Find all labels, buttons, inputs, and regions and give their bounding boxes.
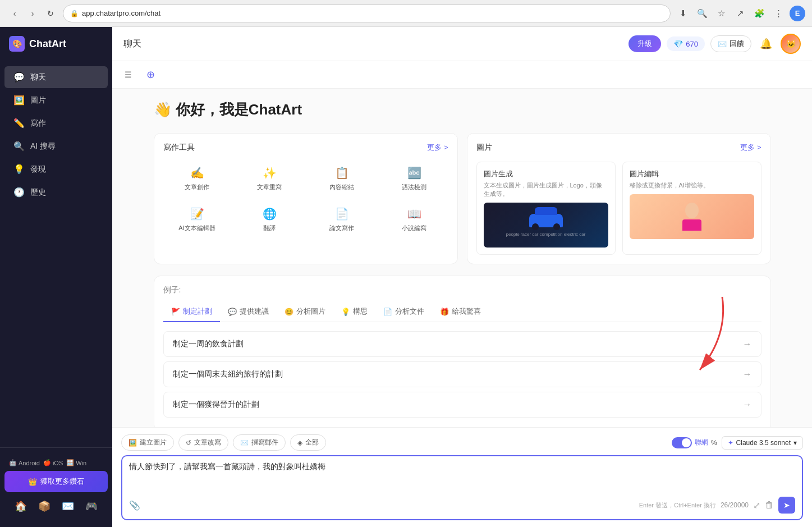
address-bar[interactable]: 🔒 app.chatartpro.com/chat (63, 4, 671, 22)
example-promotion-plan[interactable]: 制定一個獲得晉升的計劃 → (163, 392, 761, 418)
tab-plan-label: 制定計劃 (183, 306, 212, 317)
tool-essay-writing[interactable]: 📄 論文寫作 (308, 203, 376, 237)
tab-surprise[interactable]: 🎁 給我驚喜 (432, 302, 489, 322)
writing-tools-title: 寫作工具 (163, 143, 195, 153)
chat-input[interactable] (129, 462, 795, 490)
forward-button[interactable]: › (25, 6, 40, 21)
write-icon: ✏️ (13, 118, 25, 129)
android-link[interactable]: 🤖 Android (9, 459, 40, 466)
tool-ai-text-editor[interactable]: 📝 AI文本編輯器 (163, 203, 231, 237)
example-arrow-icon: → (743, 339, 752, 349)
mail-icon[interactable]: ✉️ (58, 497, 77, 516)
upgrade-button[interactable]: 升級 (629, 35, 661, 52)
tool-article-create[interactable]: ✍️ 文章創作 (163, 162, 231, 196)
share-icon-btn[interactable]: ↗ (732, 6, 748, 21)
box-icon[interactable]: 📦 (35, 497, 54, 516)
image-more[interactable]: 更多 > (740, 143, 761, 153)
feedback-label: 回饋 (730, 39, 744, 49)
sidebar-nav: 💬 聊天 🖼️ 圖片 ✏️ 寫作 🔍 AI 搜尋 💡 發現 🕐 歷史 (0, 61, 112, 447)
browser-chrome: ‹ › ↻ 🔒 app.chatartpro.com/chat ⬇ 🔍 ☆ ↗ … (0, 0, 812, 27)
ios-link[interactable]: 🍎 iOS (43, 459, 63, 466)
menu-icon-btn[interactable]: ⋮ (770, 6, 786, 21)
tool-label: 文章重寫 (257, 183, 282, 191)
avatar[interactable]: 🐱 (781, 34, 801, 54)
get-diamonds-label: 獲取更多鑽石 (40, 476, 84, 487)
image-edit-title: 圖片編輯 (630, 169, 754, 179)
tab-analyze-image[interactable]: 😊 分析圖片 (277, 302, 333, 322)
image-generate-option[interactable]: 圖片生成 文本生成圖片，圖片生成圖片，Logo，頭像生成等。 people ra… (476, 162, 616, 255)
reload-button[interactable]: ↻ (43, 6, 58, 21)
essay-icon: 📄 (335, 207, 349, 221)
tab-suggest[interactable]: 💬 提供建議 (220, 302, 277, 322)
tab-analyze-doc[interactable]: 📄 分析文件 (375, 302, 432, 322)
win-link[interactable]: 🪟 Win (66, 459, 86, 466)
ai-editor-icon: 📝 (190, 207, 204, 221)
sidebar-item-chat[interactable]: 💬 聊天 (4, 66, 108, 88)
examples-card: 例子: 🚩 制定計劃 💬 提供建議 😊 (154, 276, 771, 427)
diamond-icon: 💎 (673, 39, 683, 48)
zoom-icon-btn[interactable]: 🔍 (694, 6, 710, 21)
new-chat-button[interactable]: ⊕ (141, 66, 159, 84)
tool-label: AI文本編輯器 (178, 224, 215, 232)
writing-tools-more[interactable]: 更多 > (427, 143, 448, 153)
tool-novel-writing[interactable]: 📖 小說編寫 (380, 203, 448, 237)
tool-content-summary[interactable]: 📋 內容縮結 (308, 162, 376, 196)
attach-button[interactable]: 📎 (129, 500, 140, 511)
write-email-tool[interactable]: ✉️ 撰寫郵件 (233, 434, 286, 451)
profile-button[interactable]: E (790, 6, 805, 21)
sidebar-item-ai-search[interactable]: 🔍 AI 搜尋 (4, 135, 108, 157)
example-travel-plan[interactable]: 制定一個周末去紐約旅行的計劃 → (163, 361, 761, 387)
example-arrow-icon: → (743, 400, 752, 410)
sidebar-item-image[interactable]: 🖼️ 圖片 (4, 89, 108, 111)
example-diet-plan[interactable]: 制定一周的飲食計劃 → (163, 331, 761, 357)
tool-label: 語法檢測 (402, 183, 426, 191)
sidebar-bottom: 🤖 Android 🍎 iOS 🪟 Win 👑 獲取更多鑽石 🏠 📦 ✉️ 🎮 (0, 447, 112, 527)
image-edit-option[interactable]: 圖片編輯 移除或更換背景，AI增強等。 (622, 162, 761, 255)
char-count: 26/20000 (721, 501, 749, 509)
model-label: Claude 3.5 sonnet (736, 439, 791, 447)
sidebar-item-discover[interactable]: 💡 發現 (4, 158, 108, 180)
extensions-icon-btn[interactable]: 🧩 (751, 6, 767, 21)
image-card-title: 圖片 (476, 143, 492, 153)
get-diamonds-button[interactable]: 👑 獲取更多鑽石 (4, 471, 108, 492)
game-icon[interactable]: 🎮 (82, 497, 101, 516)
feedback-button[interactable]: ✉️ 回饋 (710, 35, 751, 52)
model-selector[interactable]: ✦ Claude 3.5 sonnet ▾ (722, 436, 803, 450)
example-tabs: 🚩 制定計劃 💬 提供建議 😊 分析圖片 (163, 302, 761, 322)
platform-links: 🤖 Android 🍎 iOS 🪟 Win (4, 455, 108, 471)
feedback-icon: ✉️ (718, 40, 727, 48)
grammar-check-icon: 🔤 (407, 166, 421, 180)
tool-label: 小說編寫 (402, 224, 426, 232)
star-icon-btn[interactable]: ☆ (713, 6, 729, 21)
tool-label: 文章創作 (185, 183, 209, 191)
create-image-label: 建立圖片 (140, 438, 167, 447)
tab-brainstorm[interactable]: 💡 構思 (333, 302, 375, 322)
image-options: 圖片生成 文本生成圖片，圖片生成圖片，Logo，頭像生成等。 people ra… (476, 162, 761, 255)
example-text: 制定一個周末去紐約旅行的計劃 (173, 369, 283, 379)
tool-article-rewrite[interactable]: ✨ 文章重寫 (236, 162, 304, 196)
expand-button[interactable]: ⤢ (753, 500, 760, 511)
tool-grammar-check[interactable]: 🔤 語法檢測 (380, 162, 448, 196)
network-toggle-switch[interactable] (672, 437, 692, 448)
image-card-header: 圖片 更多 > (476, 143, 761, 153)
suggest-icon: 💬 (228, 308, 237, 316)
chat-area: 👋 你好，我是ChatArt 寫作工具 更多 > (112, 89, 812, 427)
tab-plan[interactable]: 🚩 制定計劃 (163, 302, 220, 322)
tool-translate[interactable]: 🌐 翻譯 (236, 203, 304, 237)
clear-button[interactable]: 🗑 (765, 500, 774, 510)
download-icon-btn[interactable]: ⬇ (675, 6, 691, 21)
sidebar-logo: 🎨 ChatArt (0, 27, 112, 61)
back-button[interactable]: ‹ (7, 6, 22, 21)
tab-brainstorm-label: 構思 (353, 306, 368, 317)
sidebar-item-history[interactable]: 🕐 歷史 (4, 181, 108, 203)
welcome-title-text: 👋 你好，我是ChatArt (154, 100, 302, 120)
home-icon[interactable]: 🏠 (11, 497, 30, 516)
chat-list-toggle[interactable]: ☰ (119, 66, 137, 84)
create-image-tool[interactable]: 🖼️ 建立圖片 (121, 434, 174, 451)
surprise-icon: 🎁 (440, 308, 449, 316)
send-button[interactable]: ➤ (778, 497, 795, 514)
all-tool[interactable]: ◈ 全部 (290, 434, 326, 451)
sidebar-item-write[interactable]: ✏️ 寫作 (4, 112, 108, 134)
article-rewrite-tool[interactable]: ↺ 文章改寫 (178, 434, 228, 451)
notification-bell[interactable]: 🔔 (757, 35, 775, 53)
